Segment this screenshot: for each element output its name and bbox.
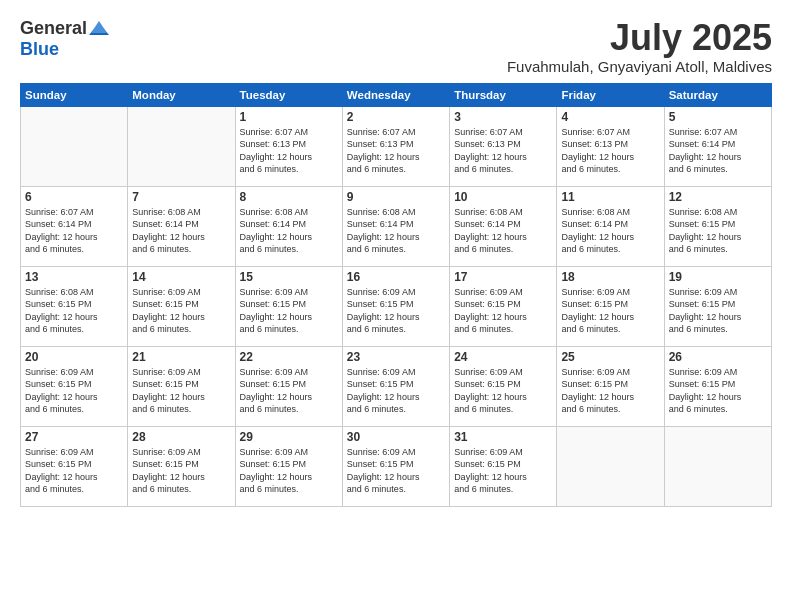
calendar-cell: 27Sunrise: 6:09 AM Sunset: 6:15 PM Dayli… — [21, 426, 128, 506]
calendar-cell — [664, 426, 771, 506]
day-number: 24 — [454, 350, 552, 364]
day-number: 13 — [25, 270, 123, 284]
logo-blue-line: Blue — [20, 39, 59, 60]
calendar-cell: 22Sunrise: 6:09 AM Sunset: 6:15 PM Dayli… — [235, 346, 342, 426]
day-number: 1 — [240, 110, 338, 124]
calendar-week-2: 6Sunrise: 6:07 AM Sunset: 6:14 PM Daylig… — [21, 186, 772, 266]
day-number: 25 — [561, 350, 659, 364]
day-info: Sunrise: 6:07 AM Sunset: 6:13 PM Dayligh… — [561, 126, 659, 176]
day-number: 20 — [25, 350, 123, 364]
day-info: Sunrise: 6:08 AM Sunset: 6:15 PM Dayligh… — [669, 206, 767, 256]
calendar-cell: 6Sunrise: 6:07 AM Sunset: 6:14 PM Daylig… — [21, 186, 128, 266]
day-info: Sunrise: 6:09 AM Sunset: 6:15 PM Dayligh… — [240, 366, 338, 416]
calendar-cell: 21Sunrise: 6:09 AM Sunset: 6:15 PM Dayli… — [128, 346, 235, 426]
day-info: Sunrise: 6:09 AM Sunset: 6:15 PM Dayligh… — [347, 366, 445, 416]
weekday-header-tuesday: Tuesday — [235, 83, 342, 106]
logo-blue-text: Blue — [20, 39, 59, 59]
day-number: 27 — [25, 430, 123, 444]
calendar-cell: 19Sunrise: 6:09 AM Sunset: 6:15 PM Dayli… — [664, 266, 771, 346]
day-number: 10 — [454, 190, 552, 204]
day-number: 11 — [561, 190, 659, 204]
day-number: 15 — [240, 270, 338, 284]
day-number: 9 — [347, 190, 445, 204]
day-info: Sunrise: 6:09 AM Sunset: 6:15 PM Dayligh… — [132, 286, 230, 336]
day-info: Sunrise: 6:09 AM Sunset: 6:15 PM Dayligh… — [669, 366, 767, 416]
calendar-table: SundayMondayTuesdayWednesdayThursdayFrid… — [20, 83, 772, 507]
day-info: Sunrise: 6:09 AM Sunset: 6:15 PM Dayligh… — [454, 446, 552, 496]
day-number: 17 — [454, 270, 552, 284]
day-info: Sunrise: 6:08 AM Sunset: 6:14 PM Dayligh… — [347, 206, 445, 256]
day-info: Sunrise: 6:08 AM Sunset: 6:15 PM Dayligh… — [25, 286, 123, 336]
day-info: Sunrise: 6:08 AM Sunset: 6:14 PM Dayligh… — [132, 206, 230, 256]
day-number: 29 — [240, 430, 338, 444]
day-number: 30 — [347, 430, 445, 444]
day-info: Sunrise: 6:07 AM Sunset: 6:13 PM Dayligh… — [347, 126, 445, 176]
calendar-cell: 30Sunrise: 6:09 AM Sunset: 6:15 PM Dayli… — [342, 426, 449, 506]
calendar-week-5: 27Sunrise: 6:09 AM Sunset: 6:15 PM Dayli… — [21, 426, 772, 506]
day-number: 16 — [347, 270, 445, 284]
day-info: Sunrise: 6:09 AM Sunset: 6:15 PM Dayligh… — [25, 366, 123, 416]
calendar-cell — [557, 426, 664, 506]
calendar-cell: 26Sunrise: 6:09 AM Sunset: 6:15 PM Dayli… — [664, 346, 771, 426]
calendar-header-row: SundayMondayTuesdayWednesdayThursdayFrid… — [21, 83, 772, 106]
calendar-cell: 14Sunrise: 6:09 AM Sunset: 6:15 PM Dayli… — [128, 266, 235, 346]
calendar-week-4: 20Sunrise: 6:09 AM Sunset: 6:15 PM Dayli… — [21, 346, 772, 426]
calendar-week-1: 1Sunrise: 6:07 AM Sunset: 6:13 PM Daylig… — [21, 106, 772, 186]
calendar-cell: 18Sunrise: 6:09 AM Sunset: 6:15 PM Dayli… — [557, 266, 664, 346]
day-info: Sunrise: 6:08 AM Sunset: 6:14 PM Dayligh… — [454, 206, 552, 256]
logo-general-text: General — [20, 18, 87, 39]
calendar-cell: 5Sunrise: 6:07 AM Sunset: 6:14 PM Daylig… — [664, 106, 771, 186]
weekday-header-wednesday: Wednesday — [342, 83, 449, 106]
calendar-cell — [21, 106, 128, 186]
calendar-cell: 17Sunrise: 6:09 AM Sunset: 6:15 PM Dayli… — [450, 266, 557, 346]
day-info: Sunrise: 6:09 AM Sunset: 6:15 PM Dayligh… — [132, 446, 230, 496]
page: General Blue July 2025 Fuvahmulah, Gnyav… — [0, 0, 792, 612]
day-number: 31 — [454, 430, 552, 444]
calendar-cell: 9Sunrise: 6:08 AM Sunset: 6:14 PM Daylig… — [342, 186, 449, 266]
calendar-cell: 31Sunrise: 6:09 AM Sunset: 6:15 PM Dayli… — [450, 426, 557, 506]
day-number: 23 — [347, 350, 445, 364]
calendar-cell: 3Sunrise: 6:07 AM Sunset: 6:13 PM Daylig… — [450, 106, 557, 186]
header: General Blue July 2025 Fuvahmulah, Gnyav… — [20, 18, 772, 75]
weekday-header-saturday: Saturday — [664, 83, 771, 106]
calendar-cell: 12Sunrise: 6:08 AM Sunset: 6:15 PM Dayli… — [664, 186, 771, 266]
calendar-cell: 23Sunrise: 6:09 AM Sunset: 6:15 PM Dayli… — [342, 346, 449, 426]
day-number: 3 — [454, 110, 552, 124]
day-info: Sunrise: 6:09 AM Sunset: 6:15 PM Dayligh… — [240, 286, 338, 336]
day-info: Sunrise: 6:07 AM Sunset: 6:13 PM Dayligh… — [240, 126, 338, 176]
day-number: 21 — [132, 350, 230, 364]
location-title: Fuvahmulah, Gnyaviyani Atoll, Maldives — [507, 58, 772, 75]
weekday-header-monday: Monday — [128, 83, 235, 106]
day-info: Sunrise: 6:09 AM Sunset: 6:15 PM Dayligh… — [25, 446, 123, 496]
calendar-cell: 15Sunrise: 6:09 AM Sunset: 6:15 PM Dayli… — [235, 266, 342, 346]
calendar-cell: 16Sunrise: 6:09 AM Sunset: 6:15 PM Dayli… — [342, 266, 449, 346]
calendar-cell: 2Sunrise: 6:07 AM Sunset: 6:13 PM Daylig… — [342, 106, 449, 186]
day-info: Sunrise: 6:09 AM Sunset: 6:15 PM Dayligh… — [454, 286, 552, 336]
day-info: Sunrise: 6:09 AM Sunset: 6:15 PM Dayligh… — [347, 286, 445, 336]
day-info: Sunrise: 6:09 AM Sunset: 6:15 PM Dayligh… — [561, 366, 659, 416]
day-number: 7 — [132, 190, 230, 204]
logo: General Blue — [20, 18, 109, 60]
day-info: Sunrise: 6:09 AM Sunset: 6:15 PM Dayligh… — [669, 286, 767, 336]
day-number: 22 — [240, 350, 338, 364]
weekday-header-sunday: Sunday — [21, 83, 128, 106]
day-info: Sunrise: 6:09 AM Sunset: 6:15 PM Dayligh… — [240, 446, 338, 496]
svg-marker-1 — [91, 21, 107, 33]
calendar-cell: 7Sunrise: 6:08 AM Sunset: 6:14 PM Daylig… — [128, 186, 235, 266]
day-number: 18 — [561, 270, 659, 284]
day-info: Sunrise: 6:08 AM Sunset: 6:14 PM Dayligh… — [240, 206, 338, 256]
day-info: Sunrise: 6:09 AM Sunset: 6:15 PM Dayligh… — [454, 366, 552, 416]
day-number: 28 — [132, 430, 230, 444]
calendar-cell: 8Sunrise: 6:08 AM Sunset: 6:14 PM Daylig… — [235, 186, 342, 266]
calendar-cell — [128, 106, 235, 186]
calendar-cell: 13Sunrise: 6:08 AM Sunset: 6:15 PM Dayli… — [21, 266, 128, 346]
day-info: Sunrise: 6:09 AM Sunset: 6:15 PM Dayligh… — [561, 286, 659, 336]
day-number: 8 — [240, 190, 338, 204]
day-info: Sunrise: 6:09 AM Sunset: 6:15 PM Dayligh… — [132, 366, 230, 416]
calendar-cell: 10Sunrise: 6:08 AM Sunset: 6:14 PM Dayli… — [450, 186, 557, 266]
weekday-header-thursday: Thursday — [450, 83, 557, 106]
day-number: 26 — [669, 350, 767, 364]
calendar-cell: 24Sunrise: 6:09 AM Sunset: 6:15 PM Dayli… — [450, 346, 557, 426]
day-info: Sunrise: 6:09 AM Sunset: 6:15 PM Dayligh… — [347, 446, 445, 496]
day-number: 2 — [347, 110, 445, 124]
